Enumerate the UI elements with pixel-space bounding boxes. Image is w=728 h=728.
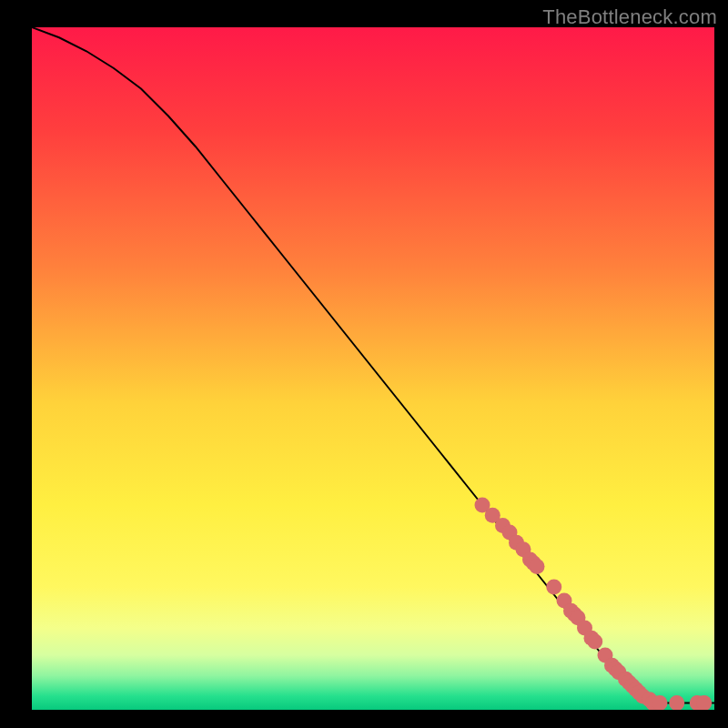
chart-plot: [32, 27, 714, 710]
data-point: [530, 559, 545, 574]
data-point: [546, 580, 561, 595]
watermark-text: TheBottleneck.com: [542, 5, 717, 29]
data-point: [587, 634, 602, 650]
chart-frame: TheBottleneck.com: [0, 0, 728, 728]
